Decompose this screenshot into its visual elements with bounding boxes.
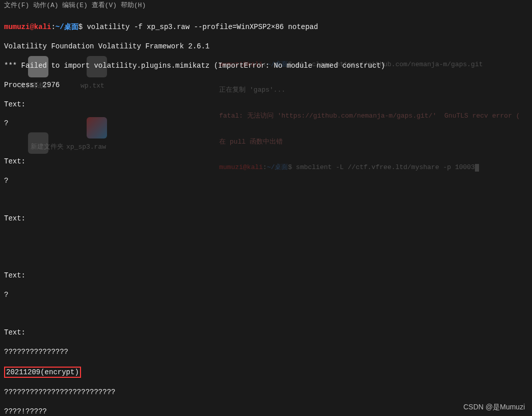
output-line: ? xyxy=(4,290,528,300)
output-line: ? xyxy=(4,119,528,128)
output-line: *** Failed to import volatility.plugins.… xyxy=(4,61,528,71)
output-line xyxy=(4,196,528,205)
output-line: Text: xyxy=(4,157,528,167)
output-line: ?????????????????????????? xyxy=(4,387,528,397)
output-line xyxy=(4,233,528,242)
output-line xyxy=(4,138,528,147)
highlight-box: 20211209(encrypt) xyxy=(4,367,528,378)
prompt-user: mumuzi xyxy=(4,23,30,31)
output-line: Text: xyxy=(4,328,528,338)
output-line: ????!????? xyxy=(4,407,528,416)
output-line: Process: 2976 xyxy=(4,80,528,90)
output-line: ? xyxy=(4,176,528,186)
prompt-line[interactable]: mumuzi@kali:~/桌面$ volatility -f xp_sp3.r… xyxy=(4,22,528,32)
output-line xyxy=(4,252,528,261)
output-line xyxy=(4,310,528,319)
output-line: ??????????????? xyxy=(4,347,528,357)
output-line: Text: xyxy=(4,214,528,224)
output-line: Text: xyxy=(4,100,528,109)
watermark: CSDN @是Mumuzi xyxy=(463,402,525,412)
command: volatility -f xp_sp3.raw --profile=WinXP… xyxy=(87,23,318,31)
output-line: Text: xyxy=(4,271,528,281)
menubar: 文件(F) 动作(A) 编辑(E) 查看(V) 帮助(H) xyxy=(0,0,532,11)
terminal[interactable]: mumuzi@kali:~/桌面$ volatility -f xp_sp3.r… xyxy=(0,11,532,416)
output-line: Volatility Foundation Volatility Framewo… xyxy=(4,42,528,51)
